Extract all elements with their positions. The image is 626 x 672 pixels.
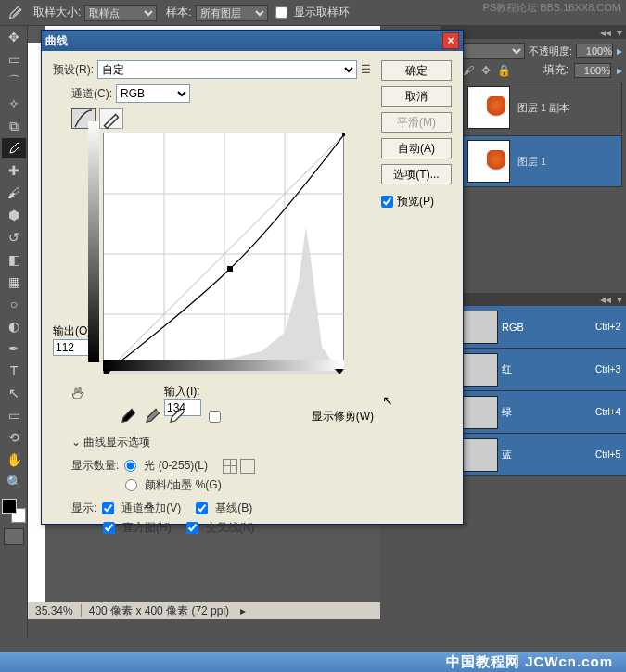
close-icon[interactable]: × — [442, 32, 459, 49]
input-gradient[interactable] — [103, 360, 344, 371]
chevron-right-icon[interactable]: ▸ — [617, 44, 622, 57]
sample-size-label: 取样大小: — [33, 5, 81, 20]
history-brush-tool[interactable]: ↺ — [2, 227, 26, 247]
gradient-tool[interactable]: ▦ — [2, 272, 26, 292]
grid-4-icon[interactable] — [223, 459, 237, 474]
histogram-checkbox[interactable] — [103, 522, 115, 534]
crop-tool[interactable]: ⧉ — [2, 116, 26, 136]
foreground-color[interactable] — [2, 499, 17, 514]
cancel-button[interactable]: 取消 — [381, 86, 452, 107]
layer-name: 图层 1 — [514, 155, 546, 169]
brush-tool[interactable]: 🖌 — [2, 183, 26, 203]
lock-all-icon[interactable]: 🔒 — [497, 64, 511, 77]
channel-overlay-checkbox[interactable] — [102, 502, 114, 514]
pen-tool[interactable]: ✒ — [2, 338, 26, 359]
layer-row[interactable]: 👁 图层 1 — [444, 135, 622, 187]
sample-size-select[interactable]: 取样点 — [84, 5, 157, 21]
path-tool[interactable]: ↖ — [2, 383, 26, 403]
intersection-checkbox[interactable] — [186, 522, 198, 534]
sample-label: 样本: — [166, 5, 191, 20]
channel-shortcut: Ctrl+4 — [595, 407, 626, 417]
marquee-tool[interactable]: ▭ — [2, 49, 26, 70]
channel-label: 通道(C): — [71, 86, 112, 102]
3d-tool[interactable]: ⟲ — [2, 427, 26, 448]
channel-shortcut: Ctrl+5 — [595, 450, 626, 460]
hand-tool[interactable]: ✋ — [2, 450, 26, 470]
gray-eyedropper-icon[interactable] — [142, 407, 160, 425]
lock-paint-icon[interactable]: 🖌 — [463, 64, 474, 77]
black-point-marker[interactable] — [103, 369, 112, 374]
collapse-icon[interactable]: ◂◂ — [600, 26, 611, 39]
channel-row[interactable]: RGB Ctrl+2 — [441, 306, 626, 349]
channel-shortcut: Ctrl+3 — [595, 364, 626, 374]
wand-tool[interactable]: ✧ — [2, 94, 26, 114]
panel-menu-icon[interactable]: ▾ — [617, 26, 622, 39]
show-ring-label: 显示取样环 — [294, 5, 350, 20]
layer-row[interactable]: 👁 图层 1 副本 — [444, 82, 622, 133]
curve-pencil-tool[interactable] — [99, 108, 123, 129]
layer-thumbnail[interactable] — [467, 86, 510, 129]
chevron-right-icon[interactable]: ▸ — [617, 64, 622, 77]
opacity-field[interactable] — [576, 44, 613, 58]
panel-menu-icon[interactable]: ▾ — [617, 293, 622, 306]
sample-select[interactable]: 所有图层 — [196, 5, 268, 21]
output-field[interactable] — [53, 339, 90, 356]
move-tool[interactable]: ✥ — [2, 27, 26, 47]
amount-light-radio[interactable] — [124, 460, 136, 472]
curves-dialog: 曲线 × 预设(R): 自定 ☰ 通道(C): RGB — [41, 30, 464, 525]
fill-label: 填充: — [543, 62, 569, 78]
show-clip-checkbox[interactable] — [209, 411, 221, 423]
channel-row[interactable]: 蓝 Ctrl+5 — [441, 434, 626, 476]
show-ring-checkbox[interactable] — [275, 6, 287, 19]
curve-graph[interactable]: ↖ — [103, 133, 344, 374]
on-image-adjust-icon[interactable] — [70, 385, 88, 403]
preview-checkbox[interactable] — [381, 196, 393, 208]
amount-pigment-radio[interactable] — [125, 479, 137, 491]
stamp-tool[interactable]: ⬢ — [2, 205, 26, 225]
layer-name: 图层 1 副本 — [514, 101, 569, 115]
svg-rect-8 — [227, 266, 233, 272]
channel-thumbnail — [463, 353, 498, 387]
preset-select[interactable]: 自定 — [97, 60, 357, 79]
black-eyedropper-icon[interactable] — [118, 407, 136, 425]
type-tool[interactable]: T — [2, 361, 26, 381]
lasso-tool[interactable]: ⌒ — [2, 71, 26, 92]
quickmask-toggle[interactable] — [4, 528, 24, 545]
preview-label: 预览(P) — [397, 194, 434, 209]
blur-tool[interactable]: ○ — [2, 294, 26, 314]
ok-button[interactable]: 确定 — [381, 60, 452, 81]
channel-row[interactable]: 红 Ctrl+3 — [441, 349, 626, 391]
shape-tool[interactable]: ▭ — [2, 405, 26, 425]
collapse-icon[interactable]: ◂◂ — [600, 293, 611, 306]
layer-thumbnail[interactable] — [467, 140, 510, 183]
preset-label: 预设(R): — [53, 62, 94, 78]
zoom-tool[interactable]: 🔍 — [2, 472, 26, 492]
dodge-tool[interactable]: ◐ — [2, 316, 26, 336]
color-swatches[interactable] — [2, 499, 26, 523]
channel-select[interactable]: RGB — [116, 84, 190, 103]
zoom-level[interactable]: 35.34% — [28, 604, 82, 617]
chevron-right-icon[interactable]: ▸ — [240, 604, 246, 617]
lock-position-icon[interactable]: ✥ — [481, 64, 491, 77]
titlebar[interactable]: 曲线 × — [42, 31, 463, 51]
panel-tabstrip: ◂◂ ▾ — [441, 293, 626, 306]
white-eyedropper-icon[interactable] — [166, 407, 185, 425]
amount-pigment-label: 颜料/油墨 %(G) — [145, 477, 222, 493]
channels-panel: ◂◂ ▾ RGB Ctrl+2 红 Ctrl+3 绿 Ctrl+4 蓝 Ctrl… — [441, 293, 626, 476]
eraser-tool[interactable]: ◧ — [2, 249, 26, 270]
eyedropper-tool[interactable] — [2, 138, 26, 158]
status-bar: 35.34% 400 像素 x 400 像素 (72 ppi) ▸ — [28, 602, 380, 619]
baseline-checkbox[interactable] — [196, 502, 208, 514]
channel-name: 绿 — [502, 405, 595, 419]
white-point-marker[interactable] — [335, 369, 344, 374]
fill-field[interactable] — [574, 63, 611, 78]
healing-tool[interactable]: ✚ — [2, 160, 26, 181]
input-label: 输入(I): — [164, 384, 374, 399]
channel-row[interactable]: 绿 Ctrl+4 — [441, 391, 626, 434]
preset-menu-icon[interactable]: ☰ — [361, 63, 374, 76]
grid-10-icon[interactable] — [240, 459, 255, 474]
auto-button[interactable]: 自动(A) — [381, 138, 452, 158]
options-button[interactable]: 选项(T)... — [381, 164, 452, 184]
channel-thumbnail — [463, 396, 498, 429]
display-options-expander[interactable]: ⌄ 曲线显示选项 — [71, 435, 374, 450]
